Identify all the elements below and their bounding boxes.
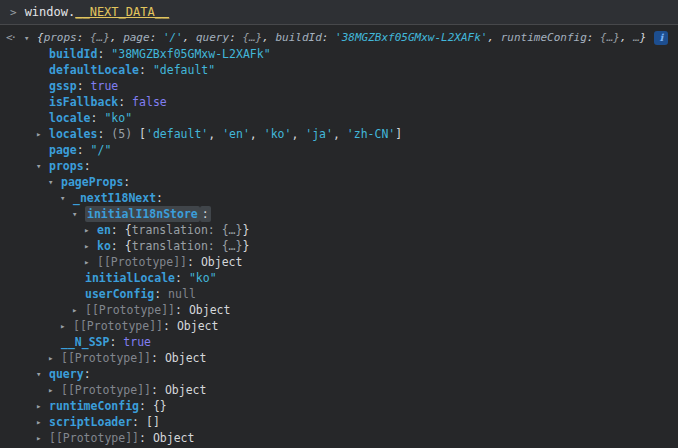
chevron-right-icon[interactable]: ▸ (60, 318, 73, 334)
chevron-down-icon[interactable]: ▾ (60, 190, 73, 206)
tree-row-nexti18next[interactable]: ▾_nextI18Next: (0, 190, 678, 206)
devtools-console: > window.__NEXT_DATA__ <· ▾ {props: {…},… (0, 0, 678, 446)
tree-row-userconfig[interactable]: userConfig: null (0, 286, 678, 302)
string-value: '38MGZBxf05GMxw-L2XAFk' (335, 31, 487, 44)
tree-row-prototype[interactable]: ▸[[Prototype]]: Object (0, 430, 678, 446)
chevron-right-icon[interactable]: ▸ (84, 222, 97, 238)
value-text: [[Prototype]] (61, 351, 151, 365)
value-text: : (175, 303, 189, 317)
tree-row-locale[interactable]: locale: "ko" (0, 110, 678, 126)
value-text: : (587, 31, 600, 44)
value-text: Object (165, 351, 207, 365)
chevron-right-icon[interactable]: ▸ (48, 382, 61, 398)
value-text: {} (153, 399, 167, 413)
value-text: : (109, 335, 123, 349)
value-text: : (77, 143, 91, 157)
tree-row-isfallback[interactable]: isFallback: false (0, 94, 678, 110)
chevron-right-icon[interactable]: ▸ (48, 350, 61, 366)
property-name: page (49, 143, 77, 157)
tree-row-runtimeconfig[interactable]: ▸runtimeConfig: {} (0, 398, 678, 414)
value-text: { (125, 239, 132, 253)
value-text: buildId (276, 31, 322, 44)
value-text: {…} (600, 31, 620, 44)
value-text: [] (146, 415, 160, 429)
chevron-right-icon[interactable]: ▸ (84, 238, 97, 254)
tree-row-ko[interactable]: ▸ko: {translation: {…}} (0, 238, 678, 254)
chevron-right-icon[interactable]: ▸ (36, 126, 49, 142)
string-value: 'zh-CN' (347, 127, 395, 141)
string-value: "ko" (189, 271, 217, 285)
tree-row-buildid[interactable]: buildId: "38MGZBxf05GMxw-L2XAFk" (0, 46, 678, 62)
tree-row-props[interactable]: ▾props: (0, 158, 678, 174)
value-text: [[Prototype]] (61, 383, 151, 397)
tree-row-prototype[interactable]: ▸[[Prototype]]: Object (0, 350, 678, 366)
value-text: : (84, 159, 91, 173)
string-value: "default" (153, 63, 215, 77)
value-text: : (97, 127, 111, 141)
value-text: , (250, 127, 264, 141)
property-name: query (49, 367, 84, 381)
chevron-right-icon[interactable]: ▸ (36, 414, 49, 430)
value-text: Object (165, 383, 207, 397)
value-text: : (156, 191, 163, 205)
console-input-echo[interactable]: > window.__NEXT_DATA__ (0, 0, 678, 25)
tree-row-scriptloader[interactable]: ▸scriptLoader: [] (0, 414, 678, 430)
value-text: : (154, 287, 168, 301)
value-text: runtimeConfig (501, 31, 587, 44)
chevron-right-icon[interactable]: ▸ (36, 430, 49, 446)
value-text: : (175, 271, 189, 285)
property-name: pageProps (61, 175, 123, 189)
value-text: true (123, 335, 151, 349)
property-name: locales (49, 127, 97, 141)
tree-row-query[interactable]: ▾query: (0, 366, 678, 382)
string-value: "/" (91, 143, 112, 157)
chevron-right-icon[interactable]: ▸ (84, 254, 97, 270)
tree-row-page[interactable]: page: "/" (0, 142, 678, 158)
value-text: {…} (90, 31, 110, 44)
string-value: 'default' (146, 127, 208, 141)
value-text: … (633, 31, 640, 44)
tree-row-nssp[interactable]: __N_SSP: true (0, 334, 678, 350)
value-text: , (110, 31, 123, 44)
property-name: en (97, 223, 111, 237)
value-text: Object (189, 303, 231, 317)
chevron-down-icon[interactable]: ▾ (72, 206, 85, 222)
tree-row-initiali18nstore[interactable]: ▾initialI18nStore: (0, 206, 678, 222)
property-name: buildId (49, 47, 97, 61)
tree-row-prototype[interactable]: ▸[[Prototype]]: Object (0, 318, 678, 334)
chevron-right-icon[interactable]: ▸ (72, 302, 85, 318)
property-name: isFallback (49, 95, 118, 109)
value-text: Object (177, 319, 219, 333)
result-preview-row[interactable]: <· ▾ {props: {…}, page: '/', query: {…},… (0, 29, 678, 46)
console-command-text: window.__NEXT_DATA__ (25, 5, 170, 19)
value-text: Object (201, 255, 243, 269)
value-text: : (150, 31, 163, 44)
chevron-right-icon[interactable]: ▸ (36, 398, 49, 414)
tree-row-pageprops[interactable]: ▾pageProps: (0, 174, 678, 190)
tree-row-locales[interactable]: ▸locales: (5) ['default', 'en', 'ko', 'j… (0, 126, 678, 142)
value-text: : (151, 383, 165, 397)
value-text: : (111, 223, 125, 237)
tree-row-defaultlocale[interactable]: defaultLocale: "default" (0, 62, 678, 78)
chevron-down-icon[interactable]: ▾ (48, 174, 61, 190)
chevron-down-icon[interactable]: ▾ (36, 366, 49, 382)
tree-row-en[interactable]: ▸en: {translation: {…}} (0, 222, 678, 238)
value-text: , (487, 31, 500, 44)
string-value: '/' (163, 31, 183, 44)
info-icon[interactable]: i (654, 31, 668, 45)
value-text: page (123, 31, 150, 44)
value-text: query (196, 31, 229, 44)
value-text: , (291, 127, 305, 141)
chevron-down-icon[interactable]: ▾ (24, 30, 37, 46)
value-text: ] (395, 127, 402, 141)
tree-row-prototype[interactable]: ▸[[Prototype]]: Object (0, 382, 678, 398)
tree-row-prototype[interactable]: ▸[[Prototype]]: Object (0, 302, 678, 318)
chevron-down-icon[interactable]: ▾ (36, 158, 49, 174)
value-text: [[Prototype]] (97, 255, 187, 269)
value-text: [[Prototype]] (85, 303, 175, 317)
tree-row-initiallocale[interactable]: initialLocale: "ko" (0, 270, 678, 286)
value-text: } (242, 223, 249, 237)
tree-row-gssp[interactable]: gssp: true (0, 78, 678, 94)
tree-row-prototype[interactable]: ▸[[Prototype]]: Object (0, 254, 678, 270)
value-text: : (322, 31, 335, 44)
